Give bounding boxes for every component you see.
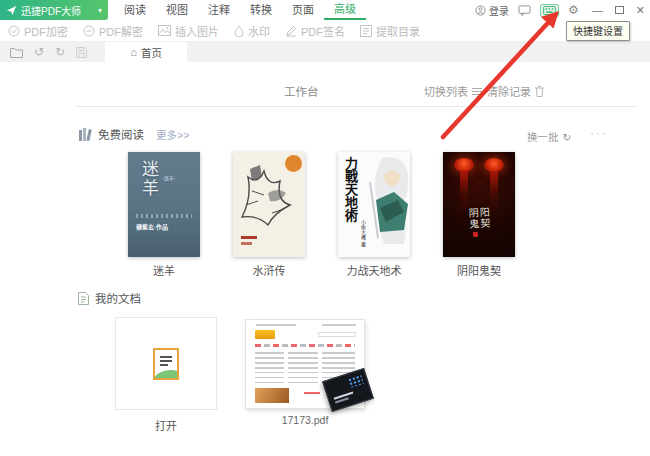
chevron-down-icon[interactable]: ▾: [98, 6, 102, 15]
menu-advanced[interactable]: 高级: [324, 0, 366, 20]
maximize-button[interactable]: [615, 6, 624, 14]
thumb-deco: [322, 324, 356, 326]
insert-image-label: 插入图片: [175, 23, 219, 39]
open-document-icon: [153, 348, 179, 380]
open-card-label[interactable]: 打开: [115, 417, 217, 433]
cover-deco: [136, 214, 192, 218]
open-file-card[interactable]: [115, 317, 217, 410]
extract-toc-button[interactable]: 提取目录: [360, 23, 420, 39]
refresh-batch-label: 换一批: [527, 129, 559, 144]
book-cover-shuihuzhuan[interactable]: [233, 152, 305, 257]
close-button[interactable]: ✕: [636, 4, 645, 17]
thumb-deco: [255, 344, 355, 347]
recent-file-name[interactable]: 17173.pdf: [246, 414, 364, 426]
my-documents-header: 我的文档: [78, 290, 141, 306]
clear-history-button[interactable]: 清除记录: [487, 83, 544, 99]
cover-deco: [241, 242, 252, 245]
book-name[interactable]: 力战天地术: [338, 262, 410, 278]
lantern-tassel-deco: [460, 171, 468, 213]
thumb-deco: [255, 388, 289, 403]
refresh-batch-button[interactable]: 换一批 ↻: [527, 129, 571, 144]
trash-icon: [535, 86, 544, 97]
thumb-deco: [256, 324, 296, 326]
books-icon: [78, 128, 92, 141]
section-divider: [75, 106, 638, 107]
cover-subtitle: -迷羊-: [162, 174, 175, 181]
thumb-deco: [304, 392, 320, 394]
cover-sun-deco: [285, 155, 302, 172]
minimize-button[interactable]: —: [592, 4, 603, 16]
pdf-decrypt-button[interactable]: PDF解密: [83, 23, 143, 39]
login-button[interactable]: 登录: [475, 3, 509, 18]
advanced-toolbar: PDF加密 PDF解密 插入图片 水印 PDF签名: [0, 20, 650, 42]
book-name[interactable]: 阴阳鬼契: [443, 262, 515, 278]
app-window: 迅捷PDF大师 ▾ 阅读 视图 注释 转换 页面 高级 登录: [0, 0, 650, 456]
redo-icon[interactable]: ↻: [55, 45, 65, 59]
settings-gear-icon[interactable]: ⚙: [568, 4, 579, 16]
menu-annotate[interactable]: 注释: [198, 0, 240, 20]
open-folder-icon[interactable]: [10, 47, 23, 58]
user-icon: [475, 5, 486, 16]
switch-list-button[interactable]: 切换列表: [424, 83, 482, 99]
workspace-title: 工作台: [284, 83, 319, 99]
clear-history-label: 清除记录: [487, 83, 531, 99]
book-cover-lizhantiandishu[interactable]: 力戰天地術 小鱼大嘴 著: [338, 152, 410, 257]
login-label: 登录: [489, 3, 509, 18]
pdf-encrypt-label: PDF加密: [24, 23, 68, 39]
free-reading-header: 免费阅读 更多>>: [78, 126, 189, 142]
insert-image-button[interactable]: 插入图片: [158, 23, 219, 39]
shortcut-keys-button[interactable]: [540, 4, 559, 17]
pdf-sign-label: PDF签名: [301, 23, 345, 39]
cover-title: 阴阳鬼契: [468, 206, 495, 229]
cover-seal-deco: [473, 232, 478, 237]
menu-bar: 阅读 视图 注释 转换 页面 高级: [114, 0, 366, 20]
watermark-label: 水印: [248, 23, 270, 39]
keyboard-icon: [543, 6, 556, 15]
character-art: [364, 152, 410, 257]
book-cover-yinyangguiqi[interactable]: 阴阳鬼契: [443, 152, 515, 257]
app-logo[interactable]: 迅捷PDF大师 ▾: [0, 0, 108, 20]
title-bar: 迅捷PDF大师 ▾ 阅读 视图 注释 转换 页面 高级 登录: [0, 0, 650, 20]
feedback-chat-icon[interactable]: [518, 5, 531, 16]
cover-title: 迷羊: [136, 160, 161, 198]
window-controls: — ✕: [592, 4, 645, 17]
tab-home[interactable]: ⌂ 首页: [105, 42, 187, 62]
cover-author: 小鱼大嘴 著: [360, 220, 367, 246]
pdf-decrypt-label: PDF解密: [99, 23, 143, 39]
cover-deco: [241, 236, 257, 239]
toc-list-icon: [360, 25, 372, 37]
home-icon: ⌂: [130, 46, 137, 58]
decrypt-icon: [83, 25, 95, 37]
home-content: 工作台 切换列表 清除记录 免费阅读 更多>> 换: [0, 62, 650, 456]
quick-file-actions: ↺ ↻: [0, 42, 97, 62]
my-documents-title: 我的文档: [95, 290, 141, 306]
menu-read[interactable]: 阅读: [114, 0, 156, 20]
thumb-deco: [284, 352, 288, 386]
recent-file-thumbnail[interactable]: [246, 320, 364, 408]
book-cover-miyang[interactable]: 迷羊 -迷羊- 穆紫玄·作品: [128, 152, 200, 257]
more-options-dots[interactable]: ···: [590, 126, 608, 140]
book-name[interactable]: 水浒传: [233, 262, 305, 278]
free-reading-more-link[interactable]: 更多>>: [156, 127, 189, 142]
lantern-deco: [454, 158, 474, 172]
book-name[interactable]: 迷羊: [128, 262, 200, 278]
droplet-icon: [234, 25, 244, 37]
menu-view[interactable]: 视图: [156, 0, 198, 20]
watermark-button[interactable]: 水印: [234, 23, 270, 39]
undo-icon[interactable]: ↺: [34, 45, 44, 59]
thumb-site-logo: [255, 330, 275, 339]
paper-plane-icon: [6, 5, 17, 16]
document-icon: [78, 292, 89, 305]
menu-convert[interactable]: 转换: [240, 0, 282, 20]
encrypt-icon: [8, 25, 20, 37]
menu-page[interactable]: 页面: [282, 0, 324, 20]
free-reading-title: 免费阅读: [98, 126, 144, 142]
pdf-encrypt-button[interactable]: PDF加密: [8, 23, 68, 39]
cover-author: 穆紫玄·作品: [136, 222, 168, 231]
pdf-sign-button[interactable]: PDF签名: [285, 23, 345, 39]
list-icon: [472, 87, 482, 96]
tab-bar: ↺ ↻ ⌂ 首页: [0, 42, 650, 62]
image-icon: [158, 25, 171, 36]
cover-title: 力戰天地術: [343, 157, 357, 222]
save-icon[interactable]: [76, 47, 87, 58]
